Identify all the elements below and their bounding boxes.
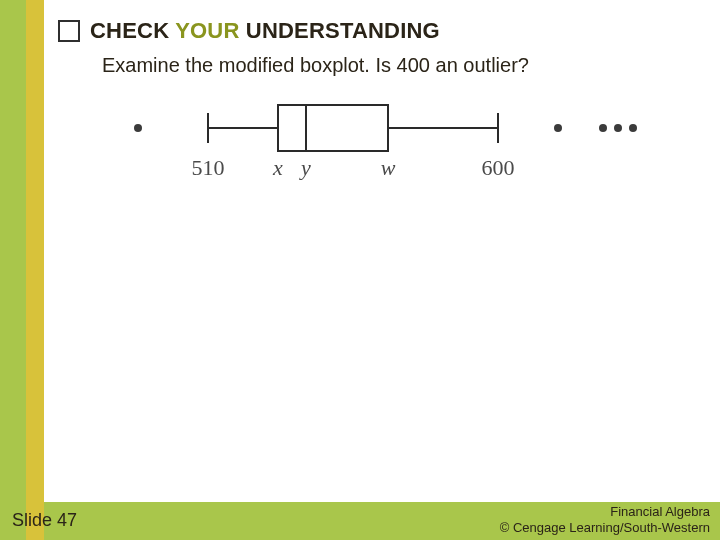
copyright-block: Financial Algebra © Cengage Learning/Sou… xyxy=(500,504,710,537)
boxplot-figure: 510 x y w 600 xyxy=(98,93,658,207)
heading-row: CHECK YOUR UNDERSTANDING xyxy=(58,18,720,44)
slide-footer: Slide 47 Financial Algebra © Cengage Lea… xyxy=(0,502,720,540)
page-title: CHECK YOUR UNDERSTANDING xyxy=(90,18,440,44)
heading-prefix: CHECK xyxy=(90,18,169,43)
accent-stripe xyxy=(26,0,44,540)
median-label: y xyxy=(299,155,311,180)
boxplot-svg: 510 x y w 600 xyxy=(98,93,658,203)
heading-square-icon xyxy=(58,20,80,42)
whisker-low-label: 510 xyxy=(192,155,225,180)
whisker-high-label: 600 xyxy=(482,155,515,180)
slide-number: Slide 47 xyxy=(12,510,77,531)
slide: CHECK YOUR UNDERSTANDING Examine the mod… xyxy=(0,0,720,540)
q1-label: x xyxy=(272,155,283,180)
copyright-line2: © Cengage Learning/South-Western xyxy=(500,520,710,536)
question-text: Examine the modified boxplot. Is 400 an … xyxy=(102,54,720,77)
outlier-dot xyxy=(629,124,637,132)
outlier-dot xyxy=(134,124,142,132)
slide-content: CHECK YOUR UNDERSTANDING Examine the mod… xyxy=(44,0,720,502)
q3-label: w xyxy=(381,155,396,180)
heading-suffix: UNDERSTANDING xyxy=(246,18,440,43)
heading-accent: YOUR xyxy=(169,18,246,43)
outlier-dot xyxy=(599,124,607,132)
box-rect xyxy=(278,105,388,151)
outlier-dot xyxy=(554,124,562,132)
outlier-dot xyxy=(614,124,622,132)
copyright-line1: Financial Algebra xyxy=(500,504,710,520)
